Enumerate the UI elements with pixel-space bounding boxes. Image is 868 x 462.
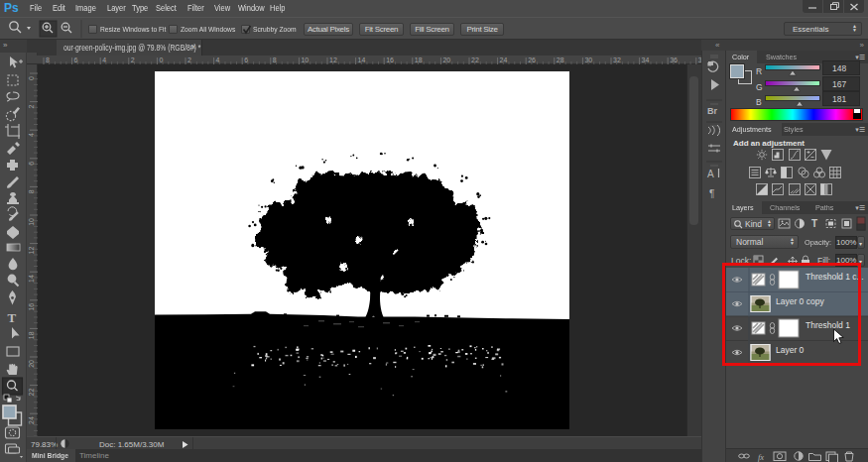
svg-text:Br: Br [707,106,717,116]
svg-text:2: 2 [28,105,35,109]
svg-text:fx: fx [758,452,764,462]
svg-text:¶: ¶ [709,188,714,199]
svg-text:8: 8 [28,189,35,193]
svg-text:18: 18 [28,331,35,339]
svg-text:12: 12 [28,247,35,255]
svg-text:24: 24 [28,416,35,424]
svg-text:T: T [811,218,817,229]
svg-text:0: 0 [28,76,35,80]
svg-text:16: 16 [28,303,35,311]
svg-text:A: A [707,169,714,179]
svg-text:22: 22 [28,389,35,397]
svg-text:10: 10 [28,218,35,226]
svg-text:20: 20 [28,360,35,368]
svg-text:14: 14 [28,275,35,283]
svg-text:6: 6 [28,162,35,166]
svg-text:4: 4 [28,133,35,137]
svg-text:T: T [8,310,17,325]
